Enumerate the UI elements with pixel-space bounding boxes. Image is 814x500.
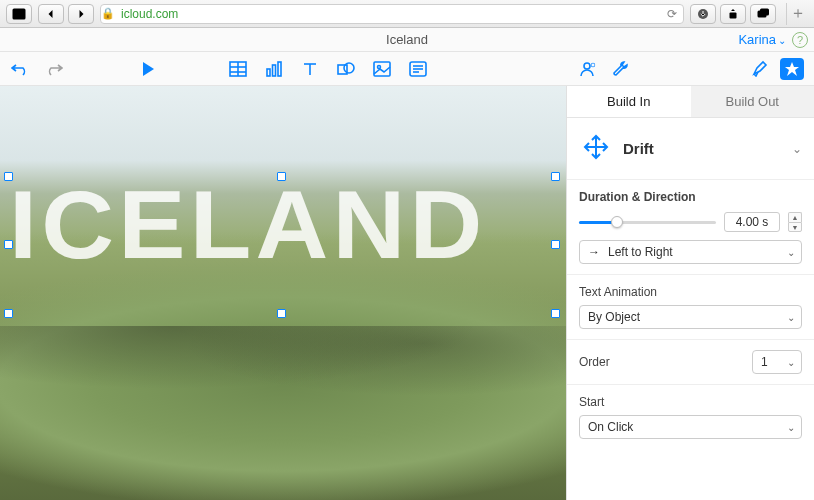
direction-value: Left to Right — [608, 245, 673, 259]
tabs-button[interactable] — [750, 4, 776, 24]
insert-text-button[interactable] — [300, 59, 320, 79]
start-select[interactable]: On Click ⌄ — [579, 415, 802, 439]
toolbar — [0, 52, 814, 86]
tab-build-in[interactable]: Build In — [567, 86, 691, 117]
downloads-button[interactable] — [690, 4, 716, 24]
svg-marker-7 — [143, 62, 154, 76]
insert-image-button[interactable] — [372, 59, 392, 79]
url-text: icloud.com — [121, 7, 178, 21]
resize-handle[interactable] — [551, 240, 560, 249]
insert-comment-button[interactable] — [408, 59, 428, 79]
duration-stepper[interactable]: ▲▼ — [788, 212, 802, 232]
svg-rect-3 — [730, 12, 737, 18]
text-animation-value: By Object — [588, 310, 640, 324]
browser-chrome: 🔒 icloud.com ⟳ ＋ — [0, 0, 814, 28]
resize-handle[interactable] — [551, 309, 560, 318]
redo-button[interactable] — [44, 59, 64, 79]
duration-field[interactable]: 4.00 s — [724, 212, 780, 232]
svg-rect-6 — [760, 9, 769, 16]
order-label: Order — [579, 355, 610, 369]
tools-button[interactable] — [610, 59, 630, 79]
effect-selector[interactable]: Drift ⌄ — [567, 118, 814, 180]
chevron-down-icon: ⌄ — [792, 142, 802, 156]
main-area: ICELAND Build In Build Out — [0, 86, 814, 500]
share-button[interactable] — [720, 4, 746, 24]
collaborate-button[interactable] — [578, 59, 598, 79]
resize-handle[interactable] — [4, 240, 13, 249]
svg-point-25 — [584, 63, 590, 69]
resize-handle[interactable] — [277, 172, 286, 181]
insert-shape-button[interactable] — [336, 59, 356, 79]
resize-handle[interactable] — [277, 309, 286, 318]
forward-button[interactable] — [68, 4, 94, 24]
animate-inspector-button[interactable] — [780, 58, 804, 80]
text-animation-select[interactable]: By Object ⌄ — [579, 305, 802, 329]
reload-icon[interactable]: ⟳ — [667, 7, 677, 21]
back-button[interactable] — [38, 4, 64, 24]
address-bar[interactable]: 🔒 icloud.com ⟳ — [100, 4, 684, 24]
play-button[interactable] — [138, 59, 158, 79]
inspector-panel: Build In Build Out Drift ⌄ Duration & Di… — [566, 86, 814, 500]
resize-handle[interactable] — [4, 309, 13, 318]
svg-rect-12 — [267, 69, 270, 76]
text-animation-section: Text Animation By Object ⌄ — [567, 275, 814, 340]
insert-chart-button[interactable] — [264, 59, 284, 79]
start-label: Start — [579, 395, 802, 409]
start-section: Start On Click ⌄ — [567, 385, 814, 449]
document-title: Iceland — [386, 32, 428, 47]
new-tab-button[interactable]: ＋ — [786, 3, 808, 25]
format-brush-button[interactable] — [750, 58, 770, 78]
resize-handle[interactable] — [4, 172, 13, 181]
resize-handle[interactable] — [551, 172, 560, 181]
direction-arrow-icon: → — [588, 245, 600, 259]
chevron-updown-icon: ⌄ — [787, 357, 795, 368]
section-heading: Text Animation — [579, 285, 802, 299]
chevron-down-icon: ⌄ — [778, 35, 786, 46]
duration-slider[interactable] — [579, 221, 716, 224]
svg-rect-14 — [278, 62, 281, 76]
help-button[interactable]: ? — [792, 32, 808, 48]
slide-canvas[interactable]: ICELAND — [0, 86, 566, 500]
svg-rect-0 — [13, 8, 26, 19]
order-value: 1 — [761, 355, 768, 369]
drift-icon — [579, 130, 613, 167]
svg-point-18 — [344, 63, 354, 73]
sidebar-toggle-button[interactable] — [6, 4, 32, 24]
chevron-updown-icon: ⌄ — [787, 312, 795, 323]
effect-name: Drift — [623, 140, 654, 157]
start-value: On Click — [588, 420, 633, 434]
duration-section: Duration & Direction 4.00 s ▲▼ → Left to… — [567, 180, 814, 275]
chevron-updown-icon: ⌄ — [787, 247, 795, 258]
title-bar: Iceland Karina⌄ ? — [0, 28, 814, 52]
user-menu[interactable]: Karina⌄ — [738, 32, 786, 47]
slide-title-text[interactable]: ICELAND — [9, 177, 566, 273]
svg-rect-13 — [273, 65, 276, 76]
chevron-updown-icon: ⌄ — [787, 422, 795, 433]
insert-table-button[interactable] — [228, 59, 248, 79]
lock-icon: 🔒 — [101, 7, 115, 20]
selected-text-box[interactable]: ICELAND — [8, 176, 556, 314]
order-section: Order 1 ⌄ — [567, 340, 814, 385]
tab-build-out[interactable]: Build Out — [691, 86, 815, 117]
build-tabs: Build In Build Out — [567, 86, 814, 118]
section-heading: Duration & Direction — [579, 190, 802, 204]
undo-button[interactable] — [10, 59, 30, 79]
direction-select[interactable]: → Left to Right ⌄ — [579, 240, 802, 264]
order-select[interactable]: 1 ⌄ — [752, 350, 802, 374]
slider-thumb[interactable] — [611, 216, 623, 228]
svg-marker-29 — [785, 62, 799, 76]
